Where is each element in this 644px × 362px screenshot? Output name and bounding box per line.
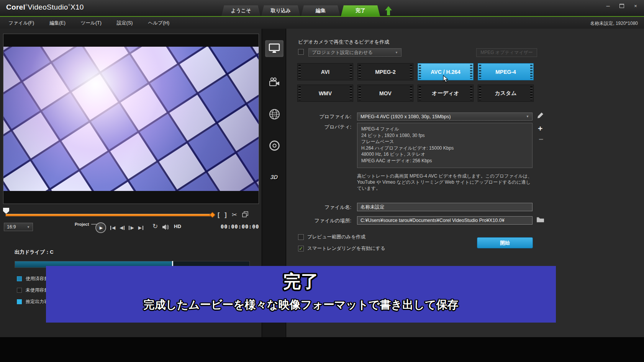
hd-toggle[interactable]: HD bbox=[174, 223, 181, 229]
repeat-icon[interactable]: ↻ bbox=[152, 222, 158, 230]
file-name-input[interactable]: 名称未設定 bbox=[357, 203, 533, 211]
tab-welcome-label: ようこそ bbox=[231, 7, 251, 14]
remove-profile-icon[interactable]: − bbox=[539, 135, 543, 144]
banner-subtitle: 完成したムービーを様々な映像フォーマットで書き出して保存 bbox=[143, 297, 458, 313]
upload-arrow-icon[interactable] bbox=[385, 6, 392, 17]
menu-tools[interactable]: ツール(T) bbox=[81, 20, 102, 26]
go-start-button[interactable]: ◀ bbox=[110, 224, 115, 231]
titlebar: Corel®VideoStudio®X10 ようこそ 取り込み 編集 完了 ─ … bbox=[0, 0, 644, 16]
properties-box: MPEG-4 ファイル 24 ビット, 1920 x 1080, 30 fps … bbox=[357, 123, 533, 168]
tab-edit[interactable]: 編集 bbox=[301, 5, 340, 16]
preview-only-row: ✓ プレビュー範囲のみを作成 bbox=[298, 234, 365, 240]
close-icon[interactable]: × bbox=[632, 2, 639, 9]
mark-in-button[interactable]: [ bbox=[218, 211, 220, 219]
go-start-icon: ◀ bbox=[112, 225, 115, 230]
format-mpeg2[interactable]: MPEG-2 bbox=[357, 63, 413, 80]
add-profile-icon[interactable]: + bbox=[538, 124, 542, 133]
destination-3d[interactable]: 3D bbox=[265, 168, 283, 185]
minimize-icon[interactable]: ─ bbox=[604, 2, 612, 9]
menu-edit[interactable]: 編集(E) bbox=[49, 20, 66, 26]
property-line: 48000 Hz, 16 ビット, ステレオ bbox=[361, 151, 528, 158]
aspect-ratio-value: 16:9 bbox=[7, 224, 16, 230]
banner-title: 完了 bbox=[283, 270, 319, 294]
tab-capture[interactable]: 取り込み bbox=[261, 5, 300, 16]
start-button[interactable]: 開始 bbox=[477, 237, 533, 248]
property-line: H.264 ハイプロファイルビデオ: 15000 Kbps bbox=[361, 145, 528, 152]
transport-buttons: ◀ ◀ ▶ ▶ bbox=[110, 224, 143, 231]
smart-render-checkbox[interactable]: ✓ bbox=[298, 246, 304, 251]
edit-profile-icon[interactable] bbox=[537, 112, 544, 119]
enlarge-preview-icon[interactable] bbox=[242, 211, 248, 219]
chevron-down-icon: ▼ bbox=[395, 51, 398, 54]
spin-up-icon[interactable]: ▲ bbox=[252, 223, 255, 227]
file-location-label: ファイルの場所: bbox=[294, 217, 351, 224]
legend-free-label: 未使用容量 bbox=[26, 287, 49, 294]
trim-end-marker[interactable] bbox=[210, 212, 216, 218]
output-drive-label: 出力ドライブ：C bbox=[15, 249, 54, 256]
match-project-checkbox[interactable]: ✓ bbox=[298, 49, 304, 55]
volume-icon[interactable] bbox=[162, 224, 170, 232]
app-logo: Corel®VideoStudio®X10 bbox=[6, 3, 84, 11]
monitor-icon bbox=[268, 43, 280, 54]
project-label-text: Project bbox=[75, 222, 89, 227]
menu-file[interactable]: ファイル(F) bbox=[8, 20, 34, 26]
menu-help[interactable]: ヘルプ(H) bbox=[148, 20, 170, 26]
preview-only-checkbox[interactable]: ✓ bbox=[298, 234, 304, 240]
trim-toolbar: [ ] ✂ bbox=[218, 211, 248, 219]
split-clip-icon[interactable]: ✂ bbox=[232, 211, 237, 219]
destination-camera[interactable] bbox=[265, 73, 283, 90]
profile-description: 高ビットレートの高画質 MPEG-4 AVC ビデオを作成します。このプロファイ… bbox=[357, 173, 534, 191]
timecode-stepper[interactable]: ▲ ▼ bbox=[252, 223, 255, 230]
destination-computer[interactable] bbox=[265, 40, 283, 57]
chevron-down-icon: ▼ bbox=[526, 115, 529, 118]
mark-out-button[interactable]: ] bbox=[224, 211, 226, 219]
spin-down-icon[interactable]: ▼ bbox=[252, 227, 255, 230]
mpeg-optimizer-button: MPEG オプティマイザー bbox=[476, 48, 537, 57]
start-button-label: 開始 bbox=[500, 240, 510, 246]
destination-disc[interactable] bbox=[265, 137, 283, 154]
go-end-button[interactable]: ▶ bbox=[138, 224, 143, 231]
browse-folder-icon[interactable] bbox=[536, 217, 544, 223]
seek-bar[interactable] bbox=[5, 214, 215, 217]
legend-used-label: 使用済容量 bbox=[26, 276, 49, 282]
caption-banner: 完了 完成したムービーを様々な映像フォーマットで書き出して保存 bbox=[46, 266, 556, 323]
play-button[interactable]: ▶ bbox=[95, 222, 106, 233]
format-custom[interactable]: カスタム bbox=[478, 85, 534, 102]
maximize-icon[interactable] bbox=[618, 2, 626, 9]
destination-web[interactable] bbox=[265, 106, 283, 122]
tab-share[interactable]: 完了 bbox=[341, 5, 380, 16]
prev-frame-icon: ◀ bbox=[120, 225, 123, 230]
next-frame-button[interactable]: ▶ bbox=[129, 224, 134, 231]
mouse-cursor bbox=[443, 75, 449, 85]
format-wmv[interactable]: WMV bbox=[297, 85, 353, 102]
format-avi[interactable]: AVI bbox=[297, 63, 353, 80]
menu-settings[interactable]: 設定(S) bbox=[117, 20, 133, 26]
property-line: MPEG-4 ファイル bbox=[361, 126, 528, 132]
play-icon: ▶ bbox=[100, 225, 103, 230]
workspace-tabs: ようこそ 取り込み 編集 完了 bbox=[221, 5, 380, 16]
format-wmv-label: WMV bbox=[319, 90, 332, 96]
match-project-label: プロジェクト設定に合わせる bbox=[312, 49, 373, 56]
legend-used-swatch bbox=[17, 276, 22, 281]
legend-free-swatch bbox=[17, 288, 22, 293]
match-project-select[interactable]: プロジェクト設定に合わせる ▼ bbox=[308, 48, 401, 57]
chevron-down-icon: ▼ bbox=[27, 225, 30, 229]
tab-welcome[interactable]: ようこそ bbox=[221, 5, 261, 16]
format-mov-label: MOV bbox=[379, 90, 392, 96]
profile-select[interactable]: MPEG-4 AVC (1920 x 1080, 30p, 15Mbps) ▼ bbox=[357, 113, 533, 121]
properties-label: プロパティ: bbox=[294, 124, 351, 130]
seek-bar-fill bbox=[6, 214, 211, 216]
playhead-marker[interactable] bbox=[3, 208, 9, 214]
format-audio[interactable]: オーディオ bbox=[418, 85, 474, 102]
light-flare bbox=[3, 47, 259, 191]
format-mov[interactable]: MOV bbox=[357, 85, 413, 102]
tab-edit-label: 編集 bbox=[316, 7, 326, 14]
tab-capture-label: 取り込み bbox=[271, 7, 291, 14]
prev-frame-button[interactable]: ◀ bbox=[120, 224, 125, 231]
video-preview[interactable] bbox=[3, 34, 259, 204]
format-mpeg4[interactable]: MPEG-4 bbox=[478, 63, 534, 80]
aspect-ratio-select[interactable]: 16:9 ▼ bbox=[4, 223, 33, 231]
file-location-input[interactable]: C:¥Users¥source tarou¥Documents¥Corel Vi… bbox=[357, 216, 533, 225]
profile-label: プロファイル: bbox=[294, 113, 351, 120]
property-line: フレームベース bbox=[361, 139, 528, 145]
